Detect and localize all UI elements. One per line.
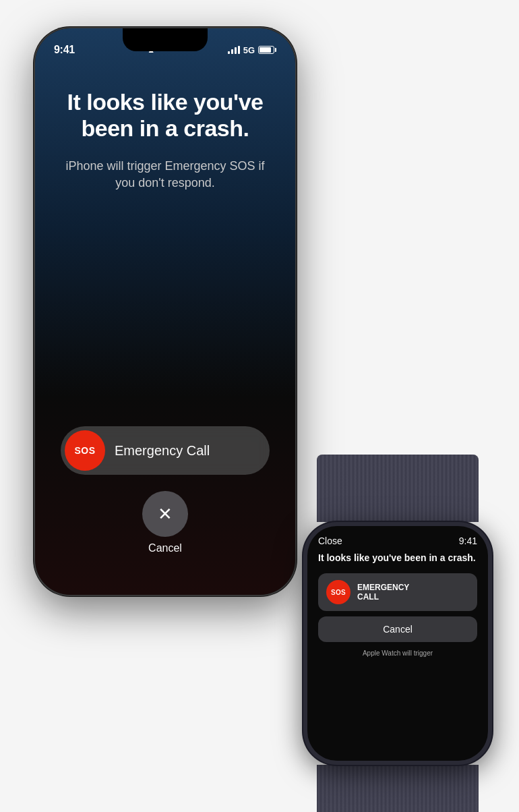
watch-cancel-label: Cancel	[383, 624, 413, 635]
watch-footer-text: Apple Watch will trigger	[318, 649, 477, 658]
iphone-device: 9:41 ▲ 5G	[34, 27, 297, 596]
watch-sos-circle: SOS	[326, 580, 350, 604]
sos-circle: SOS	[65, 430, 105, 471]
iphone-bottom-area: SOS Emergency Call ✕ Cancel	[35, 426, 295, 554]
signal-bar-3	[235, 47, 237, 54]
cancel-circle: ✕	[142, 491, 188, 537]
watch-time: 9:41	[459, 535, 477, 546]
signal-bar-2	[231, 49, 233, 54]
cancel-x-icon: ✕	[158, 505, 173, 523]
watch-screen: Close 9:41 It looks like you've been in …	[307, 526, 488, 761]
watch-emergency-call-label: EMERGENCYCALL	[357, 583, 409, 602]
apple-watch-device: Close 9:41 It looks like you've been in …	[297, 495, 499, 792]
battery-icon	[258, 46, 276, 54]
cancel-button-area[interactable]: ✕ Cancel	[142, 491, 188, 554]
watch-crash-title: It looks like you've been in a crash.	[318, 552, 477, 564]
crash-subtitle: iPhone will trigger Emergency SOS if you…	[55, 158, 275, 192]
watch-band-top	[317, 455, 479, 522]
watch-sos-circle-text: SOS	[331, 589, 346, 596]
iphone-notch	[123, 28, 208, 51]
status-icons: 5G	[228, 45, 276, 55]
watch-band-bottom	[317, 765, 479, 812]
sos-slider-label: Emergency Call	[115, 443, 210, 459]
cancel-label: Cancel	[148, 542, 182, 554]
sos-emergency-slider[interactable]: SOS Emergency Call	[61, 426, 270, 475]
signal-bars	[228, 46, 240, 54]
watch-sos-button[interactable]: SOS EMERGENCYCALL	[318, 573, 477, 611]
watch-cancel-button[interactable]: Cancel	[318, 616, 477, 642]
iphone-screen: 9:41 ▲ 5G	[35, 28, 295, 595]
iphone-time: 9:41	[54, 44, 75, 56]
watch-header: Close 9:41	[318, 535, 477, 546]
sos-circle-text: SOS	[74, 445, 95, 456]
network-type: 5G	[243, 45, 255, 55]
watch-close-button[interactable]: Close	[318, 535, 342, 546]
scene: 9:41 ▲ 5G	[0, 0, 519, 812]
signal-bar-4	[238, 46, 240, 54]
signal-bar-1	[228, 51, 230, 54]
watch-body: Close 9:41 It looks like you've been in …	[303, 522, 492, 765]
crash-title: It looks like you've been in a crash.	[55, 89, 275, 142]
